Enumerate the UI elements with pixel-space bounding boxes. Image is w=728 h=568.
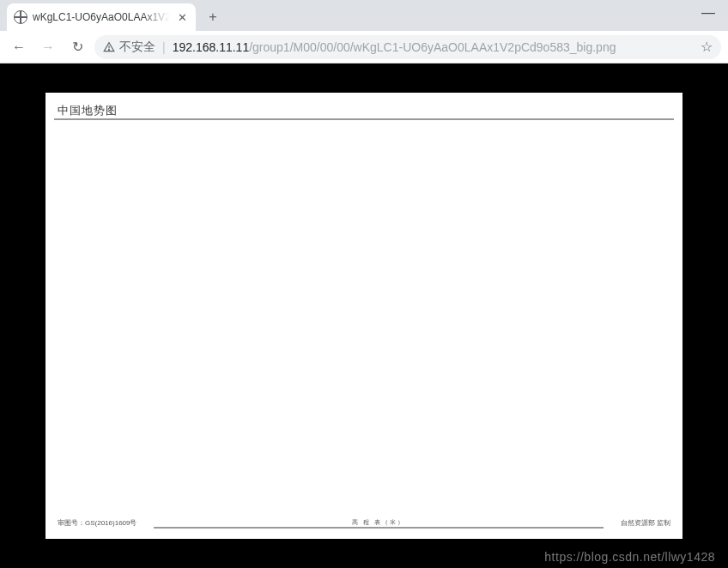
elevation-gradient bbox=[154, 527, 603, 529]
back-button[interactable]: ← bbox=[7, 35, 31, 59]
tab-title: wKgLC1-UO6yAaO0LAAx1V2p bbox=[33, 11, 170, 23]
close-tab-button[interactable]: ✕ bbox=[175, 10, 189, 24]
graticule-line bbox=[55, 119, 673, 120]
graticule-line bbox=[55, 119, 673, 120]
graticule-line bbox=[55, 119, 673, 120]
address-bar[interactable]: 不安全 | 192.168.11.11/group1/M00/00/00/wKg… bbox=[94, 35, 721, 59]
publisher: 自然资源部 监制 bbox=[621, 518, 670, 528]
image-viewer: 中国地势图 南海诸岛 图例 国界省级行政区界地级界首都北京省级行政中 bbox=[0, 63, 728, 568]
reload-button[interactable]: ↻ bbox=[65, 35, 89, 59]
url-text: 192.168.11.11/group1/M00/00/00/wKgLC1-UO… bbox=[173, 40, 694, 54]
national-border bbox=[68, 118, 537, 120]
globe-icon bbox=[14, 10, 27, 24]
map-footer: 审图号：GS(2016)1609号 高 程 表（米） 自然资源部 监制 bbox=[54, 515, 674, 530]
url-path: /group1/M00/00/00/wKgLC1-UO6yAaO0LAAx1V2… bbox=[249, 40, 616, 54]
toolbar: ← → ↻ 不安全 | 192.168.11.11/group1/M00/00/… bbox=[0, 31, 728, 63]
url-host: 192.168.11.11 bbox=[173, 40, 250, 54]
graticule-line bbox=[55, 119, 673, 120]
approval-number: 审图号：GS(2016)1609号 bbox=[58, 518, 136, 528]
graticule-line bbox=[55, 119, 673, 120]
graticule-line bbox=[55, 119, 673, 120]
forward-button[interactable]: → bbox=[36, 35, 60, 59]
map-canvas: 南海诸岛 图例 国界省级行政区界地级界首都北京省级行政中心（台湾省除外）河流 1… bbox=[54, 118, 674, 120]
watermark: https://blog.csdn.net/llwy1428 bbox=[544, 550, 715, 564]
minimize-button[interactable]: — bbox=[689, 0, 728, 26]
bookmark-icon[interactable]: ☆ bbox=[701, 39, 713, 55]
map-image[interactable]: 中国地势图 南海诸岛 图例 国界省级行政区界地级界首都北京省级行政中 bbox=[46, 93, 682, 539]
browser-tab[interactable]: wKgLC1-UO6yAaO0LAAx1V2p ✕ bbox=[7, 3, 196, 31]
elevation-bar: 高 程 表（米） bbox=[154, 518, 603, 527]
security-label: 不安全 bbox=[119, 39, 155, 55]
map-scale: 1:16 000 000 bbox=[64, 118, 155, 120]
svg-point-1 bbox=[109, 49, 110, 50]
elevation-label: 高 程 表（米） bbox=[352, 518, 405, 527]
tab-strip: wKgLC1-UO6yAaO0LAAx1V2p ✕ + — bbox=[0, 0, 728, 31]
new-tab-button[interactable]: + bbox=[201, 5, 225, 29]
window-controls: — bbox=[689, 0, 728, 26]
map-title: 中国地势图 bbox=[58, 103, 118, 118]
insecure-icon: 不安全 bbox=[103, 39, 155, 55]
